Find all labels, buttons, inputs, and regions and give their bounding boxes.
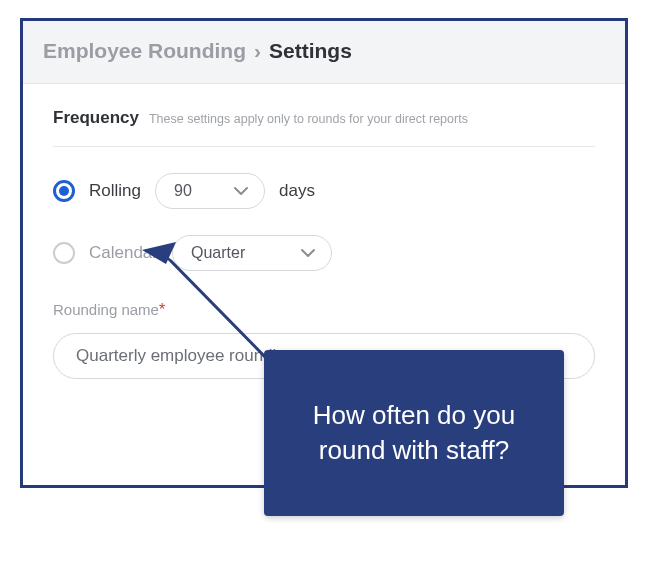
calendar-period-select[interactable]: Quarter: [172, 235, 332, 271]
breadcrumb-parent[interactable]: Employee Rounding: [43, 39, 246, 63]
option-rolling-label: Rolling: [89, 181, 141, 201]
calendar-period-value: Quarter: [191, 244, 245, 262]
rounding-name-label: Rounding name: [53, 301, 159, 318]
required-marker: *: [159, 301, 165, 318]
help-callout: How often do you round with staff?: [264, 350, 564, 516]
frequency-header: Frequency These settings apply only to r…: [53, 108, 595, 147]
frequency-subtext: These settings apply only to rounds for …: [149, 112, 468, 126]
rolling-days-select[interactable]: 90: [155, 173, 265, 209]
rolling-days-value: 90: [174, 182, 192, 200]
radio-rolling[interactable]: [53, 180, 75, 202]
breadcrumb: Employee Rounding › Settings: [43, 39, 605, 63]
option-calendar: Calendar Quarter: [53, 235, 595, 271]
rolling-days-suffix: days: [279, 181, 315, 201]
option-calendar-label: Calendar: [89, 243, 158, 263]
frequency-title: Frequency: [53, 108, 139, 128]
rounding-name-label-row: Rounding name*: [53, 301, 595, 319]
chevron-down-icon: [301, 248, 315, 258]
radio-calendar[interactable]: [53, 242, 75, 264]
settings-content: Frequency These settings apply only to r…: [23, 84, 625, 379]
breadcrumb-bar: Employee Rounding › Settings: [23, 21, 625, 84]
option-rolling: Rolling 90 days: [53, 173, 595, 209]
help-callout-text: How often do you round with staff?: [292, 398, 536, 468]
chevron-right-icon: ›: [254, 39, 261, 63]
breadcrumb-current: Settings: [269, 39, 352, 63]
chevron-down-icon: [234, 186, 248, 196]
